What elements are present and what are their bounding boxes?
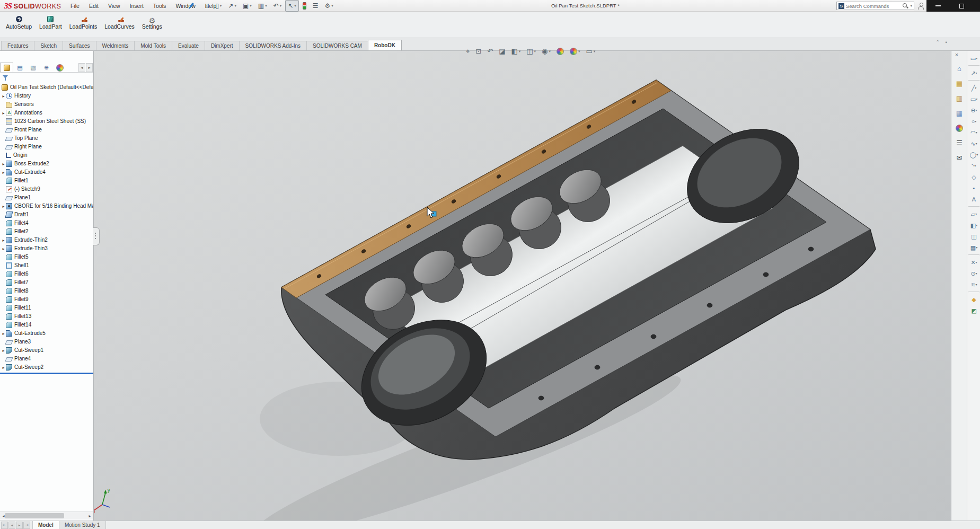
scrollbar-thumb[interactable] [5, 513, 64, 518]
open-icon[interactable]: ↗ ▾ [225, 0, 239, 12]
command-tab[interactable]: Weldments [96, 41, 135, 50]
menu-item[interactable]: Insert [125, 0, 148, 12]
tree-item[interactable]: ▸ (-) Sketch9 [0, 185, 94, 193]
tree-item[interactable]: ▸ Extrude-Thin2 [0, 236, 94, 244]
tree-item[interactable]: ▸ Annotations [0, 109, 94, 117]
tree-item[interactable]: ▸ 1023 Carbon Steel Sheet (SS) [0, 117, 94, 126]
tree-item[interactable]: ▸ Cut-Extrude5 [0, 329, 94, 338]
loadpart-button[interactable]: LoadPart [36, 13, 66, 31]
tree-item[interactable]: ▸ Fillet7 [0, 278, 94, 287]
displaymanager-tab[interactable] [53, 63, 66, 72]
tree-item[interactable]: ▸ Fillet14 [0, 321, 94, 329]
previous-view-icon[interactable]: ↶ ▾ [485, 46, 495, 57]
expand-arrow-icon[interactable]: ▸ [1, 170, 6, 175]
tree-item[interactable]: ▸ Plane4 [0, 355, 94, 363]
search-dropdown-icon[interactable]: ▾ [910, 4, 912, 8]
pin-pane-icon[interactable]: ▪ [945, 39, 947, 45]
menu-item[interactable]: Edit [84, 0, 103, 12]
expand-arrow-icon[interactable]: ▸ [1, 365, 6, 370]
autosetup-button[interactable]: AutoSetup [2, 13, 36, 31]
restore-button[interactable] [950, 0, 973, 12]
text-icon[interactable]: A ▾ [968, 193, 980, 205]
tree-item[interactable]: ▸ Extrude-Thin3 [0, 244, 94, 253]
ellipse-icon[interactable]: ◯ ▾ [968, 149, 980, 160]
pin-menu-icon[interactable] [189, 2, 196, 10]
user-account-icon[interactable] [917, 3, 924, 10]
tree-item[interactable]: ▸ Draft1 [0, 210, 94, 219]
convert-entities-icon[interactable]: ⊙ ▾ [968, 268, 980, 279]
settings-button[interactable]: Settings [138, 13, 166, 31]
command-tab[interactable]: RoboDK [368, 40, 402, 50]
tree-root-item[interactable]: Oil Pan Test Sketch (Default<<Default>_ [0, 83, 94, 92]
plane-tool-icon[interactable]: ▱ ▾ [968, 206, 980, 219]
edit-appearance-icon[interactable]: ▾ [554, 47, 566, 56]
command-tab[interactable]: Mold Tools [134, 41, 172, 50]
tree-item[interactable]: ▸ Sensors [0, 100, 94, 109]
command-tab[interactable]: Surfaces [63, 41, 96, 50]
expand-arrow-icon[interactable]: ▸ [1, 94, 6, 99]
tree-item[interactable]: ▸ Fillet8 [0, 287, 94, 295]
sketch-fillet-icon[interactable]: ◝ ▾ [968, 160, 980, 171]
command-tab[interactable]: Features [1, 41, 34, 50]
home-tab-icon[interactable]: ⌂ [952, 61, 967, 76]
expand-arrow-icon[interactable]: ▸ [1, 348, 6, 353]
menu-item[interactable]: View [103, 0, 125, 12]
tab-nav-button[interactable]: ◂ [8, 522, 15, 529]
tree-item[interactable]: ▸ Shell1 [0, 261, 94, 270]
new-document-icon[interactable]: ▯ ▾ [213, 0, 224, 12]
solidworks-resources-icon[interactable]: ▤ [952, 76, 967, 91]
expand-arrow-icon[interactable]: ▸ [1, 111, 6, 116]
hide-show-items-icon[interactable]: ◉ ▾ [540, 46, 553, 57]
appearances-scenes-icon[interactable] [952, 121, 967, 135]
undo-icon[interactable]: ↶ ▾ [271, 0, 285, 12]
line-icon[interactable]: ╱ ▾ [968, 80, 980, 93]
motion-study-tab[interactable]: Motion Study 1 [59, 521, 106, 529]
linear-pattern-icon[interactable]: ▦ ▾ [968, 242, 980, 253]
options-icon[interactable]: ⚙ ▾ [322, 0, 336, 12]
tab-nav-button[interactable]: ⇥ [23, 522, 30, 529]
apply-scene-tool-icon[interactable]: ◩ ▾ [968, 305, 980, 316]
expand-arrow-icon[interactable]: ▸ [1, 162, 6, 166]
design-library-icon[interactable]: ▥ [952, 91, 967, 105]
search-scope-icon[interactable] [838, 3, 844, 9]
instant3d-icon[interactable]: ◧ ▾ [968, 219, 980, 231]
polygon-icon[interactable]: ◇ ▾ [968, 171, 980, 182]
dimxpertmanager-tab[interactable]: ⊕ [40, 63, 53, 72]
tree-item[interactable]: ▸ Fillet2 [0, 227, 94, 236]
edit-appearance-tool-icon[interactable]: ◆ ▾ [968, 292, 980, 305]
menu-item[interactable]: File [66, 0, 84, 12]
tree-item[interactable]: ▸ Cut-Extrude4 [0, 168, 94, 177]
forum-icon[interactable]: ✉ [952, 151, 967, 165]
command-tab[interactable]: SOLIDWORKS Add-Ins [239, 41, 307, 50]
smart-dimension-icon[interactable]: ↗ ▾ [968, 65, 980, 78]
zoom-area-icon[interactable]: ⊡ ▾ [473, 46, 483, 57]
menu-item[interactable]: Tools [148, 0, 171, 12]
loadcurves-button[interactable]: LoadCurves [101, 13, 138, 31]
command-tab[interactable]: SOLIDWORKS CAM [306, 41, 368, 50]
save-icon[interactable]: ▣ ▾ [240, 0, 254, 12]
search-commands-box[interactable]: ▾ [836, 2, 914, 10]
model-tab[interactable]: Model [32, 521, 59, 529]
graphics-viewport[interactable]: ⌖ ▾ ⊡ ▾ ↶ ▾ ◪ ▾ ◧ [94, 51, 951, 521]
home-icon[interactable]: ⌂ ▾ [202, 0, 211, 12]
section-view-icon[interactable]: ◪ ▾ [497, 46, 507, 57]
view-orientation-icon[interactable]: ◧ ▾ [509, 46, 523, 57]
rollback-bar[interactable] [0, 373, 94, 374]
expand-arrow-icon[interactable]: ▸ [1, 331, 6, 336]
loadpoints-button[interactable]: LoadPoints [66, 13, 101, 31]
panel-horizontal-scrollbar[interactable]: ◂ ▸ [0, 512, 93, 519]
expand-arrow-icon[interactable]: ▸ [1, 238, 6, 243]
trim-entities-icon[interactable]: ✕ ▾ [968, 254, 980, 268]
tree-item[interactable]: ▸ Fillet1 [0, 177, 94, 185]
sketch-icon[interactable]: ▭ ▾ [968, 52, 980, 64]
scroll-left-icon[interactable]: ◂ [78, 63, 85, 72]
tree-item[interactable]: ▸ Fillet4 [0, 219, 94, 227]
tree-item[interactable]: ▸ Top Plane [0, 134, 94, 143]
command-tab[interactable]: Evaluate [172, 41, 205, 50]
tab-nav-button[interactable]: ⇤ [1, 522, 8, 529]
scroll-right-arrow-icon[interactable]: ▸ [86, 513, 93, 519]
point-icon[interactable]: ▪ ▾ [968, 182, 980, 193]
tree-item[interactable]: ▸ Fillet6 [0, 270, 94, 278]
tree-item[interactable]: ▸ Right Plane [0, 143, 94, 151]
circle-icon[interactable]: ○ ▾ [968, 116, 980, 127]
